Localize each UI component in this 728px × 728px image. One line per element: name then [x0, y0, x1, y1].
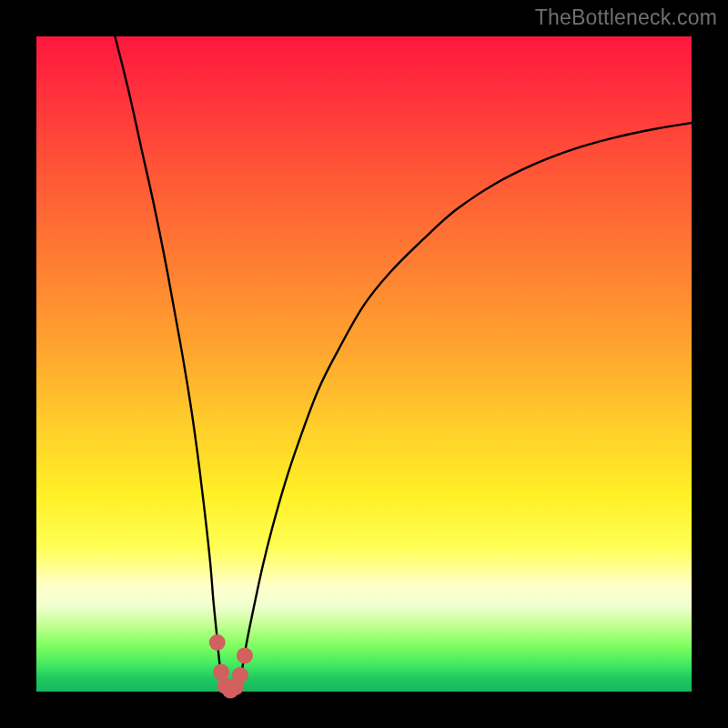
valley-marker [209, 634, 226, 651]
curve-layer [36, 36, 692, 692]
valley-marker [237, 647, 253, 663]
chart-frame: TheBottleneck.com [0, 0, 728, 728]
gradient-plot-area [36, 36, 692, 692]
valley-marker [213, 663, 229, 680]
watermark-text: TheBottleneck.com [535, 5, 717, 30]
bottleneck-curve [115, 36, 692, 691]
valley-marker [232, 667, 248, 683]
